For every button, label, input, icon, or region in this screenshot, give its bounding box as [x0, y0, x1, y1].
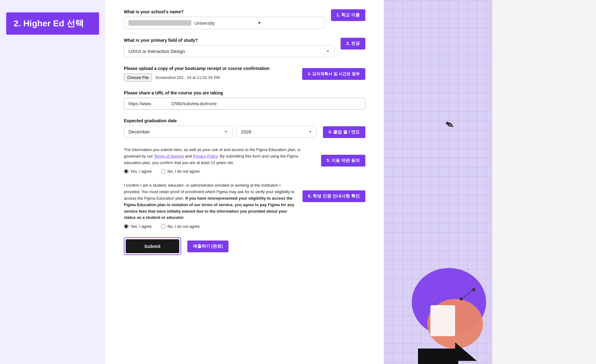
terms1-yes-text: Yes, I agree [130, 169, 152, 174]
file-name: Screenshot 202...19 at 11.02.34 PM [155, 75, 220, 80]
chevron-down-icon: ▼ [257, 20, 320, 25]
submit-area: Submit 제출하기 (완료) [124, 237, 365, 255]
right-panel: ✒ [384, 0, 492, 364]
submit-button[interactable]: Submit [126, 239, 179, 253]
terms2-no-radio[interactable] [161, 224, 166, 229]
terms1-group: The information you submit here, as well… [124, 147, 315, 174]
terms2-annotation: 6. 학생 인증 안내사항 확인 [302, 190, 365, 202]
section-title: 2. Higher Ed 선택 [6, 12, 99, 35]
terms1-no-label[interactable]: No, I do not agree [161, 169, 200, 174]
terms1-yes-radio[interactable] [124, 169, 128, 174]
terms2-bold: If you have misrepresented your eligibil… [124, 196, 294, 220]
terms2-text-content: I confirm I am a student, educator, or a… [124, 183, 294, 220]
school-group: What is your school's name? University ▼ [124, 9, 325, 29]
terms2-yes-label[interactable]: Yes, I agree [124, 224, 152, 229]
terms1-radio-group: Yes, I agree No, I do not agree [124, 169, 315, 174]
study-group: What is your primary field of study? UX/… [124, 38, 334, 57]
main-form: What is your school's name? University ▼… [105, 0, 384, 364]
upload-row: Please upload a copy of your bootcamp re… [124, 66, 365, 82]
decorative-illustration [393, 194, 492, 364]
terms2-group: I confirm I am a student, educator, or a… [124, 182, 296, 229]
terms2-row: I confirm I am a student, educator, or a… [124, 182, 365, 229]
graduation-month-select[interactable]: JanuaryFebruaryMarchApril MayJuneJulyAug… [124, 126, 233, 138]
terms-of-service-link[interactable]: Terms of Service [154, 154, 184, 158]
school-icon-placeholder [128, 20, 191, 26]
submit-annotation: 제출하기 (완료) [187, 240, 228, 252]
terms1-annotation: 5. 이용 약관 동의 [321, 155, 365, 167]
privacy-policy-link[interactable]: Privacy Policy [193, 154, 218, 158]
terms2-yes-radio[interactable] [124, 224, 128, 229]
school-select[interactable]: University ▼ [124, 17, 325, 29]
school-annotation: 1. 학교 이름 [331, 9, 365, 21]
graduation-row: Expected graduation date JanuaryFebruary… [124, 118, 365, 138]
graduation-annotation: 4. 졸업 월 / 연도 [323, 126, 365, 138]
graduation-label: Expected graduation date [124, 118, 317, 123]
school-row: What is your school's name? University ▼… [124, 9, 365, 29]
terms1-no-radio[interactable] [161, 169, 166, 174]
terms2-no-label[interactable]: No, I do not agree [161, 224, 200, 229]
terms2-text: I confirm I am a student, educator, or a… [124, 182, 296, 221]
terms1-row: The information you submit here, as well… [124, 147, 365, 174]
school-select-wrapper[interactable]: University ▼ [124, 17, 325, 29]
graduation-year-select[interactable]: 20242025 202620272028 [236, 126, 317, 138]
upload-annotation: 3. 강의계획서 및 시간표 첨부 [302, 68, 365, 80]
study-select[interactable]: UX/UI or Interaction Design [124, 45, 334, 57]
left-panel: 2. Higher Ed 선택 [0, 0, 105, 364]
study-row: What is your primary field of study? UX/… [124, 38, 365, 57]
graduation-selects: JanuaryFebruaryMarchApril MayJuneJulyAug… [124, 126, 317, 138]
terms1-text-between: and [184, 154, 193, 158]
url-input[interactable]: https://www. /2580/subview.do#none [124, 98, 365, 110]
terms2-radio-group: Yes, I agree No, I do not agree [124, 224, 296, 229]
svg-rect-3 [430, 305, 455, 336]
file-upload-area: Choose File Screenshot 202...19 at 11.02… [124, 73, 296, 82]
school-value: University [194, 20, 257, 26]
pen-tool-icon: ✒ [442, 116, 458, 134]
school-label: What is your school's name? [124, 9, 325, 14]
terms2-yes-text: Yes, I agree [130, 224, 152, 229]
study-label: What is your primary field of study? [124, 38, 334, 43]
url-label: Please share a URL of the course you are… [124, 90, 365, 95]
terms1-yes-label[interactable]: Yes, I agree [124, 169, 152, 174]
terms1-no-text: No, I do not agree [167, 169, 200, 174]
upload-label: Please upload a copy of your bootcamp re… [124, 66, 296, 71]
choose-file-button[interactable]: Choose File [124, 73, 152, 82]
study-annotation: 2. 전공 [341, 38, 365, 50]
terms2-no-text: No, I do not agree [167, 224, 200, 229]
submit-wrapper: Submit [124, 237, 181, 255]
graduation-group: Expected graduation date JanuaryFebruary… [124, 118, 317, 138]
terms1-text: The information you submit here, as well… [124, 147, 315, 166]
upload-group: Please upload a copy of your bootcamp re… [124, 66, 296, 82]
svg-rect-5 [418, 349, 458, 364]
url-section: Please share a URL of the course you are… [124, 90, 365, 110]
